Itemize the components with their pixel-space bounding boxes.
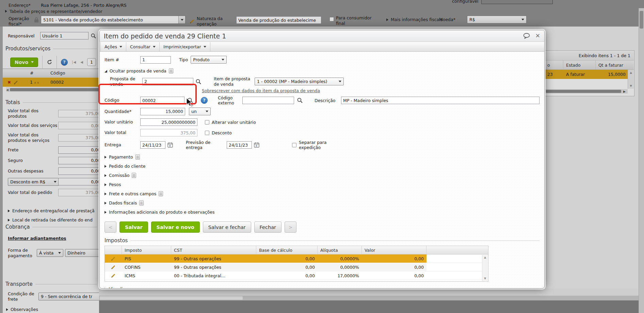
desconto-input[interactable] xyxy=(58,178,99,185)
scroll-down-icon[interactable]: ▼ xyxy=(630,84,632,87)
outras-despesas-input[interactable] xyxy=(58,167,99,175)
section-pesos[interactable]: Pesos xyxy=(104,180,540,189)
visualizar-anexos-toggle[interactable]: Visualizar anexos xyxy=(104,284,540,289)
dropdown-arrow-icon[interactable] xyxy=(178,16,185,23)
desconto-checkbox[interactable] xyxy=(205,131,209,135)
forma-pagamento-select[interactable]: À vista xyxy=(37,249,63,257)
tipo-select[interactable]: Produto xyxy=(191,56,227,64)
alterar-valor-checkbox[interactable] xyxy=(205,120,209,125)
proposta-input[interactable] xyxy=(142,78,193,85)
col-cst[interactable]: CST xyxy=(171,246,256,254)
page-vscrollbar[interactable] xyxy=(639,8,644,313)
calendar-icon[interactable]: 8 xyxy=(167,142,173,148)
items-hscrollbar[interactable]: ▶ xyxy=(545,89,628,94)
quantidade-input[interactable] xyxy=(140,108,185,115)
col-base[interactable]: Base de cálculo xyxy=(256,246,318,254)
menu-acoes[interactable]: Ações xyxy=(100,42,126,51)
section-dados-fiscais[interactable]: Dados fiscais xyxy=(104,198,540,208)
imposto-row-icms[interactable]: ICMS 00 - Tributada integral... 0,00 17,… xyxy=(105,271,488,280)
products-hscrollbar[interactable]: ◀ xyxy=(6,87,99,92)
col-valor[interactable]: Valor xyxy=(362,246,426,254)
item-proposta-select[interactable]: 1 - 00002 (MP - Madeiro simples) xyxy=(255,78,344,85)
valor-unitario-input[interactable] xyxy=(140,118,197,126)
local-retirada-toggle[interactable]: Local de retirada (se diferente do end xyxy=(8,215,93,225)
entrega-input[interactable] xyxy=(140,141,165,149)
fechar-button[interactable]: Fechar xyxy=(254,221,281,233)
impostos-vscrollbar[interactable]: ▲ ▼ xyxy=(482,255,488,281)
product-row[interactable]: ✖ 1 ∧∨ 00002 xyxy=(3,78,99,87)
info-icon[interactable]: ? xyxy=(201,97,208,104)
col-imposto[interactable]: Imposto xyxy=(122,246,171,254)
form-icon[interactable] xyxy=(169,68,173,73)
scroll-up-icon[interactable]: ▲ xyxy=(630,71,632,74)
pager-first-icon[interactable]: |◀ xyxy=(72,60,76,64)
salvar-fechar-button[interactable]: Salvar e fechar xyxy=(203,221,251,233)
pencil-icon[interactable] xyxy=(190,19,195,24)
close-icon[interactable]: ✕ xyxy=(535,33,540,39)
menu-imprimir-exportar[interactable]: Imprimir/exportar xyxy=(160,42,210,51)
pager-prev-icon[interactable]: ◀ xyxy=(80,60,83,64)
configuravel-input[interactable] xyxy=(481,0,553,4)
search-icon[interactable] xyxy=(195,79,202,85)
col-num[interactable]: # xyxy=(30,70,50,76)
tabela-precos-toggle[interactable]: Tabela de preços e representante/vendedo… xyxy=(5,7,102,15)
section-frete-outros[interactable]: Frete e outros campos xyxy=(104,189,540,198)
unidade-select[interactable]: un xyxy=(189,108,211,115)
delete-icon[interactable]: ✖ xyxy=(7,80,11,85)
search-icon[interactable] xyxy=(91,33,96,39)
condicao-frete-select[interactable]: 9 - Sem ocorrência de tr xyxy=(38,293,99,300)
previsao-entrega-input[interactable] xyxy=(227,141,252,149)
scroll-right-icon[interactable]: ▶ xyxy=(623,90,626,93)
pager-page-input[interactable]: 1 xyxy=(87,58,96,66)
col-aliquota[interactable]: Alíquota xyxy=(318,246,362,254)
next-item-button[interactable]: > xyxy=(285,221,296,233)
responsavel-input[interactable] xyxy=(40,32,88,39)
col-codigo[interactable]: Código xyxy=(50,70,99,76)
seguro-input[interactable] xyxy=(58,157,99,164)
codigo-input[interactable] xyxy=(140,97,184,104)
form-icon[interactable] xyxy=(159,191,163,196)
comment-icon[interactable] xyxy=(523,33,531,39)
ocultar-proposta-toggle[interactable]: ◢ Ocultar proposta de venda xyxy=(104,66,540,76)
edit-icon[interactable] xyxy=(14,80,18,85)
descricao-input[interactable] xyxy=(341,97,540,104)
salvar-novo-button[interactable]: Salvar e novo xyxy=(151,221,200,233)
form-icon[interactable] xyxy=(132,173,136,178)
form-icon[interactable] xyxy=(135,154,140,160)
scroll-left-icon[interactable]: ◀ xyxy=(6,88,9,92)
endereco-entrega-toggle[interactable]: Endereço de entrega/local de prestaçã xyxy=(8,206,95,215)
section-info-adicionais[interactable]: Informações adicionais do produto e obse… xyxy=(104,208,540,217)
novo-button[interactable]: Novo xyxy=(10,57,38,67)
sobrescrever-link[interactable]: Sobrescrever com dados do item da propos… xyxy=(202,88,320,93)
col-qt-faturar[interactable]: Qt a faturar xyxy=(596,63,634,68)
salvar-button[interactable]: Salvar xyxy=(119,221,148,233)
item-num-input[interactable] xyxy=(140,56,171,64)
imposto-row-cofins[interactable]: COFINS 99 - Outras operações 0,00 0,0000… xyxy=(105,263,488,271)
prev-item-button[interactable]: < xyxy=(104,221,116,233)
operacao-fiscal-select[interactable]: 5101 - Venda de produção do estabelecime… xyxy=(41,16,186,24)
desconto-select[interactable]: Desconto em R$ xyxy=(8,178,59,186)
calendar-icon[interactable]: 8 xyxy=(254,142,259,148)
mais-info-toggle[interactable]: Mais informações fiscais xyxy=(386,15,442,24)
section-pagamento[interactable]: Pagamento xyxy=(104,152,540,162)
page-hscrollbar[interactable] xyxy=(99,296,639,300)
consumidor-final-checkbox[interactable] xyxy=(329,17,334,21)
codigo-externo-input[interactable] xyxy=(242,97,294,104)
edit-icon[interactable] xyxy=(111,256,116,261)
help-icon[interactable]: ? xyxy=(61,59,68,66)
menu-consultar[interactable]: Consultar xyxy=(126,42,160,51)
search-icon[interactable] xyxy=(297,97,303,103)
items-vscrollbar[interactable]: ▲▼ xyxy=(628,70,634,89)
natureza-input[interactable] xyxy=(236,16,321,24)
observacoes-toggle[interactable]: Observações xyxy=(6,305,38,313)
section-comissao[interactable]: Comissão xyxy=(104,171,540,180)
codigo-search-icon[interactable] xyxy=(187,97,193,103)
scroll-up-icon[interactable]: ▲ xyxy=(484,256,486,259)
moeda-select[interactable]: R$ xyxy=(467,16,527,23)
refresh-icon[interactable] xyxy=(47,59,52,65)
forma-pagamento-meio-select[interactable]: Dinheiro xyxy=(65,249,99,257)
section-pedido-cliente[interactable]: Pedido do cliente xyxy=(104,162,540,171)
item-row[interactable]: 23 A faturar 15,0000 xyxy=(545,70,628,79)
edit-icon[interactable] xyxy=(111,273,116,278)
edit-icon[interactable] xyxy=(111,265,116,269)
